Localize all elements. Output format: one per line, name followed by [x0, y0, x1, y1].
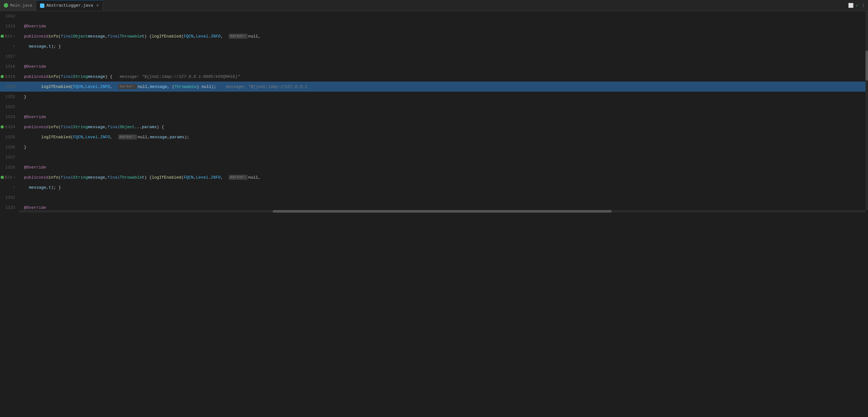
- comma-1324: ,: [105, 125, 108, 129]
- cont-1314: ,: [46, 44, 49, 49]
- code-line-1319: public void info ( final String message …: [19, 71, 868, 82]
- gutter-1329-icons: ↑: [1, 176, 7, 179]
- line-num-1319: ↑ 1319: [0, 71, 19, 82]
- brace-1321: }: [24, 95, 27, 99]
- kw-final-1329b: final: [107, 175, 120, 180]
- info-1325: INFO: [100, 135, 110, 139]
- args-open-1320: (: [70, 85, 73, 89]
- fold-chevron-1314-cont[interactable]: ›: [13, 45, 15, 48]
- param-message-1325: message: [150, 135, 167, 139]
- fold-chevron-1314[interactable]: ›: [13, 35, 15, 38]
- param-t-1329c: t: [49, 185, 51, 190]
- line-num-1314-cont: ›: [0, 41, 19, 51]
- kw-void-1314: void: [39, 34, 49, 39]
- horizontal-scrollbar[interactable]: [19, 210, 866, 213]
- gutter-1319-icons: ↑: [1, 75, 7, 78]
- tab-main-java[interactable]: Main.java: [0, 0, 36, 11]
- close-tab-button[interactable]: ×: [96, 3, 99, 8]
- method-logIfEnabled-1325: logIfEnabled: [41, 135, 71, 139]
- annotation-1323: @Override: [24, 115, 46, 119]
- debug-arrow-1319: ↑: [4, 75, 7, 78]
- vertical-scrollbar-thumb[interactable]: [866, 51, 868, 81]
- code-line-1322: [19, 102, 868, 112]
- param-message-1314c: message: [29, 44, 46, 49]
- tab-abstract-logger[interactable]: AbstractLogger.java ×: [36, 0, 103, 11]
- dot-1320: .: [98, 85, 100, 89]
- horizontal-scrollbar-thumb[interactable]: [273, 210, 611, 213]
- varargs-1324: ...: [134, 125, 142, 129]
- code-line-1325: logIfEnabled ( FQCN , Level . INFO , mar…: [19, 132, 868, 142]
- cast-null-1320: ) null);: [196, 85, 226, 89]
- param-message-1320: message: [150, 85, 167, 89]
- line-num-1326: 1326: [0, 142, 19, 152]
- line-num-1332: 1332: [0, 192, 19, 202]
- code-line-1324: public void info ( final String message …: [19, 122, 868, 132]
- line-num-1321: 1321: [0, 92, 19, 102]
- param-params-1324: params: [142, 125, 157, 129]
- hint-jndi-1320: message: "${jndi:ldap://127.0.0.1: [226, 85, 307, 89]
- kw-void-1319: void: [39, 74, 49, 79]
- dot-1314: .: [208, 34, 211, 39]
- method-info-1314: info: [49, 34, 58, 39]
- level-1325: Level: [85, 135, 98, 139]
- method-info-1329: info: [49, 175, 58, 180]
- abstract-logger-icon: [40, 3, 44, 8]
- type-throwable-1314: Throwable: [120, 34, 142, 39]
- param-message-1319: message: [88, 74, 105, 79]
- code-area[interactable]: @Override public void info ( final Objec…: [19, 11, 868, 213]
- code-line-1312: [19, 11, 868, 21]
- tab-bar: Main.java AbstractLogger.java × ⬜ ✓ ⋮: [0, 0, 868, 11]
- fold-chevron-1329[interactable]: ›: [13, 176, 15, 179]
- param-message-1314: message: [88, 34, 105, 39]
- line-num-1313: 1313: [0, 21, 19, 31]
- breakpoint-dot-1319[interactable]: [1, 75, 4, 78]
- code-line-1329-cont: message , t ); }: [19, 182, 868, 192]
- hint-marker-1314: marker:: [229, 34, 248, 39]
- code-line-1328: @Override: [19, 162, 868, 172]
- breakpoint-dot-1329[interactable]: [1, 176, 4, 179]
- close-1314c: ); }: [51, 44, 61, 49]
- breakpoint-dot-1314[interactable]: [1, 35, 4, 38]
- debug-arrow-1324: ↑: [4, 125, 7, 129]
- vertical-scrollbar[interactable]: [866, 11, 868, 210]
- code-scroll[interactable]: @Override public void info ( final Objec…: [19, 11, 868, 213]
- method-logIfEnabled-1314: logIfEnabled: [152, 34, 181, 39]
- line-num-1317: 1317: [0, 51, 19, 61]
- tab-main-java-label: Main.java: [10, 3, 32, 8]
- comma3-1325: ,: [167, 135, 170, 139]
- breakpoint-dot-1324[interactable]: [1, 125, 4, 128]
- kw-public-1319: public: [24, 74, 39, 79]
- fold-chevron-1329-cont[interactable]: ›: [13, 186, 15, 189]
- args-1325: (: [70, 135, 73, 139]
- comma3-1314: ,: [220, 34, 228, 39]
- indent-1325: [24, 135, 41, 139]
- comma2-1325: ,: [110, 135, 117, 139]
- close-1324: ) {: [157, 125, 164, 129]
- code-line-1323: @Override: [19, 112, 868, 122]
- kw-final-1324b: final: [107, 125, 120, 129]
- more-options-icon[interactable]: ⋮: [861, 3, 866, 8]
- comma2-1329: ,: [193, 175, 196, 180]
- comma2-1314: ,: [193, 34, 196, 39]
- type-throwable-1329: Throwable: [120, 175, 142, 180]
- type-object-1324: Object: [120, 125, 134, 129]
- gutter-1324-icons: ↑: [1, 125, 7, 129]
- split-editor-icon[interactable]: ⬜: [848, 3, 854, 8]
- line-num-1320: 1320: [0, 82, 19, 92]
- comma-1320: ,: [83, 85, 85, 89]
- method-logIfEnabled-1320: logIfEnabled: [41, 85, 71, 89]
- close-paren-1329: ) {: [144, 175, 152, 180]
- hint-marker-1320: marker:: [118, 84, 137, 89]
- annotation-1313: @Override: [24, 24, 46, 29]
- comma3-1329: ,: [220, 175, 228, 180]
- close-paren-1319: ) {: [105, 74, 120, 79]
- level-1320: Level: [85, 85, 98, 89]
- args-1329: (: [181, 175, 184, 180]
- kw-final-1319: final: [61, 74, 73, 79]
- info-1329: INFO: [211, 175, 220, 180]
- top-right-toolbar: ⬜ ✓ ⋮: [848, 3, 868, 8]
- paren-1314: (: [58, 34, 61, 39]
- check-icon[interactable]: ✓: [856, 3, 859, 8]
- const-fqcn-1314: FQCN: [184, 34, 193, 39]
- editor-main: 1312 1313 ↑ 1314 › › 1317: [0, 11, 868, 213]
